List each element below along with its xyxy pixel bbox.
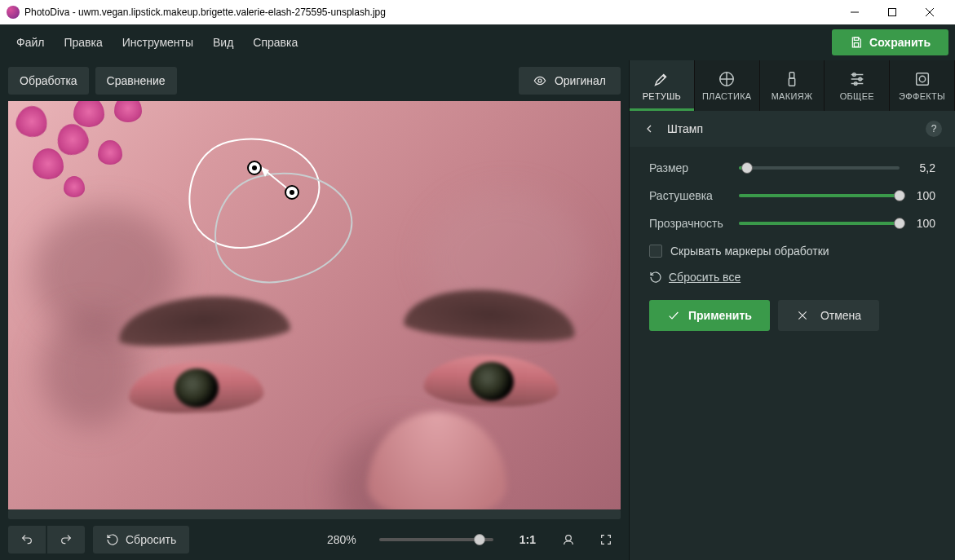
svg-point-26 [919, 76, 925, 82]
slider-thumb[interactable] [741, 162, 753, 174]
panel-title: Штамп [667, 122, 703, 135]
svg-rect-25 [916, 73, 928, 86]
face-feature [423, 353, 559, 408]
maximize-button[interactable] [873, 0, 911, 24]
cancel-button[interactable]: Отмена [778, 300, 879, 331]
size-slider-row: Размер 5,2 [649, 161, 935, 174]
svg-rect-1 [889, 9, 896, 16]
slider-thumb[interactable] [474, 534, 485, 545]
image-canvas[interactable] [8, 101, 621, 509]
check-icon [667, 309, 680, 322]
horizontal-scrollbar[interactable] [8, 509, 621, 519]
reset-button[interactable]: Сбросить [93, 526, 189, 553]
plastic-icon [718, 70, 736, 88]
bottom-bar: Сбросить 280% 1:1 [0, 519, 629, 560]
save-button[interactable]: Сохранить [832, 29, 948, 55]
tab-makeup[interactable]: МАКИЯЖ [760, 60, 825, 111]
reset-all-button[interactable]: Сбросить все [649, 271, 935, 284]
menu-file[interactable]: Файл [7, 24, 54, 60]
hide-markers-label: Скрывать маркеры обработки [670, 245, 829, 258]
fullscreen-icon [599, 533, 612, 546]
svg-point-13 [566, 536, 572, 541]
close-button[interactable] [911, 0, 948, 24]
hide-markers-checkbox[interactable] [649, 245, 662, 258]
size-value: 5,2 [900, 161, 935, 174]
face-icon [562, 533, 575, 546]
panel-header: Штамп ? [630, 111, 955, 147]
right-panel: РЕТУШЬ ПЛАСТИКА МАКИЯЖ ОБЩЕЕ ЭФФЕКТЫ Шта… [629, 60, 955, 560]
svg-point-9 [285, 186, 298, 199]
main-area: Обработка Сравнение Оригинал [0, 60, 629, 560]
reset-icon [649, 271, 662, 284]
window-title: PhotoDiva - uwm.vegan.lipstick.makeup.br… [24, 7, 836, 18]
svg-rect-17 [789, 73, 794, 78]
back-icon[interactable] [643, 122, 656, 135]
opacity-label: Прозрачность [649, 217, 739, 230]
zoom-slider[interactable] [379, 538, 493, 541]
panel-tabs: РЕТУШЬ ПЛАСТИКА МАКИЯЖ ОБЩЕЕ ЭФФЕКТЫ [630, 60, 955, 111]
face-detect-button[interactable] [554, 526, 583, 553]
face-feature [368, 412, 506, 509]
zoom-label: 280% [327, 533, 356, 546]
original-toggle[interactable]: Оригинал [519, 67, 621, 95]
help-button[interactable]: ? [926, 121, 942, 137]
close-icon [796, 309, 809, 322]
feather-label: Растушевка [649, 189, 739, 202]
makeup-icon [783, 70, 801, 88]
svg-point-11 [248, 161, 261, 174]
opacity-slider-row: Прозрачность 100 [649, 217, 935, 230]
tab-retouch[interactable]: РЕТУШЬ [630, 60, 695, 111]
process-button[interactable]: Обработка [8, 67, 89, 95]
redo-button[interactable] [47, 526, 85, 553]
menu-edit[interactable]: Правка [54, 24, 112, 60]
undo-icon [20, 533, 33, 546]
eye-icon [533, 74, 546, 87]
app-logo [7, 6, 20, 19]
svg-marker-8 [260, 166, 269, 177]
menu-view[interactable]: Вид [203, 24, 243, 60]
svg-rect-18 [789, 78, 794, 86]
undo-button[interactable] [8, 526, 46, 553]
svg-point-6 [538, 79, 542, 82]
hide-markers-row[interactable]: Скрывать маркеры обработки [649, 245, 935, 258]
feather-slider-row: Растушевка 100 [649, 189, 935, 202]
size-label: Размер [649, 161, 739, 174]
flowers-decoration [8, 101, 155, 215]
opacity-slider[interactable] [739, 222, 900, 225]
svg-line-7 [260, 166, 292, 192]
sliders-icon [848, 70, 866, 88]
menu-bar: Файл Правка Инструменты Вид Справка Сохр… [0, 24, 955, 60]
redo-icon [60, 533, 73, 546]
tab-effects[interactable]: ЭФФЕКТЫ [890, 60, 955, 111]
ratio-button[interactable]: 1:1 [520, 533, 536, 546]
svg-point-10 [290, 190, 294, 195]
save-icon [850, 36, 863, 49]
window-titlebar: PhotoDiva - uwm.vegan.lipstick.makeup.br… [0, 0, 955, 24]
svg-rect-5 [854, 43, 858, 47]
feather-slider[interactable] [739, 194, 900, 197]
svg-point-12 [252, 165, 257, 170]
view-toolbar: Обработка Сравнение Оригинал [0, 60, 629, 101]
effects-icon [913, 70, 931, 88]
size-slider[interactable] [739, 166, 900, 170]
tab-general[interactable]: ОБЩЕЕ [825, 60, 890, 111]
slider-thumb[interactable] [894, 190, 905, 201]
minimize-button[interactable] [836, 0, 873, 24]
menu-help[interactable]: Справка [243, 24, 307, 60]
menu-tools[interactable]: Инструменты [113, 24, 203, 60]
reset-icon [106, 533, 119, 546]
tab-plastic[interactable]: ПЛАСТИКА [695, 60, 760, 111]
apply-button[interactable]: Применить [649, 300, 770, 331]
slider-thumb[interactable] [894, 218, 905, 229]
compare-button[interactable]: Сравнение [95, 67, 177, 95]
svg-rect-4 [854, 37, 858, 40]
face-feature [128, 359, 264, 415]
retouch-icon [652, 70, 670, 88]
fullscreen-button[interactable] [591, 526, 621, 553]
